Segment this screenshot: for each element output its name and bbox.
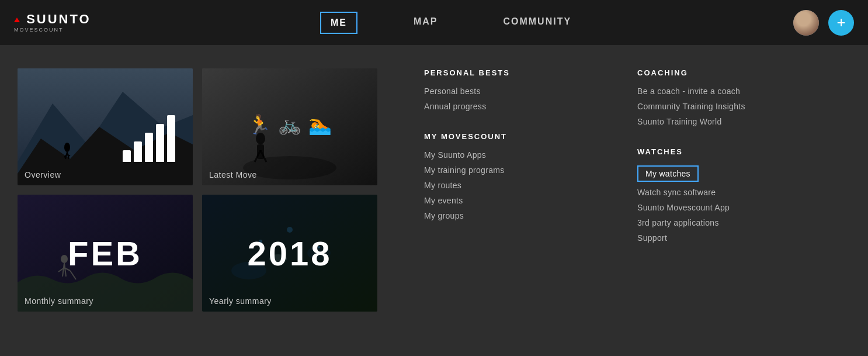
bar-5 (167, 115, 175, 162)
link-be-a-coach[interactable]: Be a coach - invite a coach (637, 87, 850, 96)
personal-bests-heading: PERSONAL BESTS (424, 68, 637, 77)
link-3rd-party-applications[interactable]: 3rd party applications (637, 218, 850, 227)
link-watch-sync-software[interactable]: Watch sync software (637, 188, 850, 197)
bar-1 (123, 150, 131, 162)
chart-bars-icon (123, 115, 175, 162)
link-community-training-insights[interactable]: Community Training Insights (637, 102, 850, 111)
cycling-icon: 🚲 (278, 113, 301, 136)
svg-point-3 (64, 143, 70, 152)
card-latest-move[interactable]: 🏃 🚲 🏊 Latest Move (202, 68, 377, 185)
card-monthly-summary[interactable]: FEB Monthly summary (18, 195, 193, 312)
my-movescount-heading: MY MOVESCOUNT (424, 132, 637, 141)
cards-section: Overview (18, 68, 377, 312)
menu-section-personal-bests: PERSONAL BESTS Personal bests Annual pro… (424, 68, 637, 111)
card-latest-move-label: Latest Move (209, 170, 257, 179)
main-content: Overview (0, 45, 868, 312)
link-my-groups[interactable]: My groups (424, 211, 637, 220)
avatar-image (793, 10, 819, 36)
svg-point-25 (287, 227, 293, 233)
menu-col-1: PERSONAL BESTS Personal bests Annual pro… (424, 68, 637, 312)
link-my-suunto-apps[interactable]: My Suunto Apps (424, 150, 637, 160)
link-my-training-programs[interactable]: My training programs (424, 165, 637, 175)
card-yearly-big-text: 2018 (247, 234, 332, 273)
card-yearly-summary-label: Yearly summary (209, 296, 272, 306)
link-suunto-movescount-app[interactable]: Suunto Movescount App (637, 203, 850, 212)
avatar[interactable] (793, 10, 819, 36)
menu-section-coaching: COACHING Be a coach - invite a coach Com… (637, 68, 850, 126)
logo-triangle-icon (14, 18, 20, 22)
bar-3 (145, 133, 153, 162)
link-my-routes[interactable]: My routes (424, 181, 637, 190)
add-button[interactable]: + (828, 10, 854, 36)
card-monthly-big-text: FEB (68, 234, 143, 273)
bar-4 (156, 124, 164, 162)
nav-item-me[interactable]: ME (320, 12, 357, 34)
nav-item-community[interactable]: COMMUNITY (494, 12, 581, 34)
bar-2 (134, 141, 142, 162)
logo-suunto: SUUNTO (14, 13, 91, 26)
nav-right: + (793, 10, 854, 36)
link-annual-progress[interactable]: Annual progress (424, 102, 637, 111)
menu-section-watches: WATCHES My watches Watch sync software S… (637, 147, 850, 243)
nav-center: ME MAP COMMUNITY (107, 12, 793, 34)
navbar: SUUNTO MOVESCOUNT ME MAP COMMUNITY + (0, 0, 868, 45)
link-my-events[interactable]: My events (424, 196, 637, 205)
card-monthly-summary-label: Monthly summary (25, 296, 93, 306)
card-yearly-summary[interactable]: 2018 Yearly summary (202, 195, 377, 312)
card-overview-label: Overview (25, 170, 61, 179)
coaching-heading: COACHING (637, 68, 850, 77)
svg-point-13 (243, 156, 336, 179)
nav-item-map[interactable]: MAP (404, 12, 447, 34)
menu-sections: PERSONAL BESTS Personal bests Annual pro… (377, 68, 850, 312)
link-my-watches[interactable]: My watches (637, 165, 699, 182)
logo[interactable]: SUUNTO MOVESCOUNT (14, 13, 107, 33)
activity-icons: 🏃 🚲 🏊 (248, 113, 332, 136)
menu-col-2: COACHING Be a coach - invite a coach Com… (637, 68, 850, 312)
link-support[interactable]: Support (637, 233, 850, 243)
card-overview[interactable]: Overview (18, 68, 193, 185)
watches-heading: WATCHES (637, 147, 850, 156)
link-personal-bests[interactable]: Personal bests (424, 87, 637, 96)
logo-movescount: MOVESCOUNT (14, 27, 64, 33)
menu-section-my-movescount: MY MOVESCOUNT My Suunto Apps My training… (424, 132, 637, 220)
link-suunto-training-world[interactable]: Suunto Training World (637, 117, 850, 126)
svg-point-15 (61, 255, 68, 263)
running-icon: 🏃 (248, 113, 271, 136)
swimming-icon: 🏊 (308, 113, 332, 136)
